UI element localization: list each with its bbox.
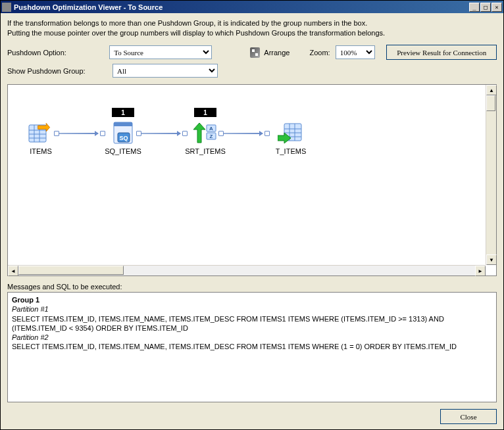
dialog-window: Pushdown Optimization Viewer - To Source… [0,0,504,430]
diagram-canvas: ITEMS 1 SQ SQ_ITEMS 1 [7,84,497,276]
diagram-inner[interactable]: ITEMS 1 SQ SQ_ITEMS 1 [8,85,486,265]
node-items[interactable]: ITEMS [18,121,64,155]
zoom-label: Zoom: [309,49,330,57]
vscroll-thumb[interactable] [486,95,495,111]
zoom-select[interactable]: 100% [336,45,375,59]
horizontal-scrollbar[interactable]: ◄ ► [8,265,486,275]
messages-label: Messages and SQL to be executed: [7,283,497,291]
scroll-right-button[interactable]: ► [475,266,486,276]
window-controls: _ □ × [469,3,502,12]
partition-1-sql: SELECT ITEMS.ITEM_ID, ITEMS.ITEM_NAME, I… [12,314,492,333]
svg-text:Z: Z [210,133,213,139]
window-title: Pushdown Optimization Viewer - To Source [14,3,469,11]
hscroll-track[interactable] [18,266,475,275]
target-table-icon [278,121,304,145]
node-srt-items[interactable]: 1 A Z SRT_ITEMS [182,121,228,155]
node-t-items[interactable]: T_ITEMS [268,121,314,155]
messages-box[interactable]: Group 1 Partition #1 SELECT ITEMS.ITEM_I… [7,292,497,402]
app-icon [2,3,11,12]
arrange-icon[interactable] [250,47,261,58]
hscroll-thumb[interactable] [18,266,124,275]
dialog-content: If the transformation belongs to more th… [1,13,503,429]
bottom-button-row: Close [7,402,497,424]
pushdown-option-select[interactable]: To Source [109,45,211,59]
info-text: If the transformation belongs to more th… [7,18,497,38]
scroll-down-button[interactable]: ▼ [486,254,497,265]
source-table-icon [28,121,54,145]
pushdown-option-label: Pushdown Option: [7,49,109,57]
scroll-left-button[interactable]: ◄ [8,266,18,276]
maximize-button[interactable]: □ [480,3,491,12]
group-badge: 1 [194,108,216,117]
minimize-button[interactable]: _ [469,3,480,12]
show-group-label: Show Pushdown Group: [7,67,113,75]
info-line-1: If the transformation belongs to more th… [7,18,497,28]
vertical-scrollbar[interactable]: ▲ ▼ [486,85,496,265]
controls-row-1: Pushdown Option: To Source Arrange Zoom:… [7,45,497,60]
controls-row-2: Show Pushdown Group: All [7,64,497,78]
node-label: T_ITEMS [268,147,314,155]
preview-button[interactable]: Preview Result for Connection [386,45,497,60]
titlebar: Pushdown Optimization Viewer - To Source… [1,1,503,13]
show-group-select[interactable]: All [113,64,218,78]
partition-2-label: Partition #2 [12,333,492,342]
group-title: Group 1 [12,295,492,304]
svg-rect-7 [114,122,132,126]
partition-2-sql: SELECT ITEMS.ITEM_ID, ITEMS.ITEM_NAME, I… [12,342,492,351]
svg-text:SQ: SQ [119,135,128,141]
close-button[interactable]: Close [440,409,497,424]
node-sq-items[interactable]: 1 SQ SQ_ITEMS [100,121,146,155]
close-window-button[interactable]: × [491,3,502,12]
source-qualifier-icon: SQ [110,121,136,145]
svg-text:A: A [209,126,213,131]
arrange-label[interactable]: Arrange [264,49,290,57]
info-line-2: Putting the mouse pointer over the group… [7,28,497,38]
node-label: SRT_ITEMS [182,147,228,155]
group-badge: 1 [112,108,134,117]
scroll-up-button[interactable]: ▲ [486,85,497,95]
partition-1-label: Partition #1 [12,304,492,314]
node-label: SQ_ITEMS [100,147,146,155]
node-label: ITEMS [18,147,64,155]
sorter-icon: A Z [192,121,218,145]
